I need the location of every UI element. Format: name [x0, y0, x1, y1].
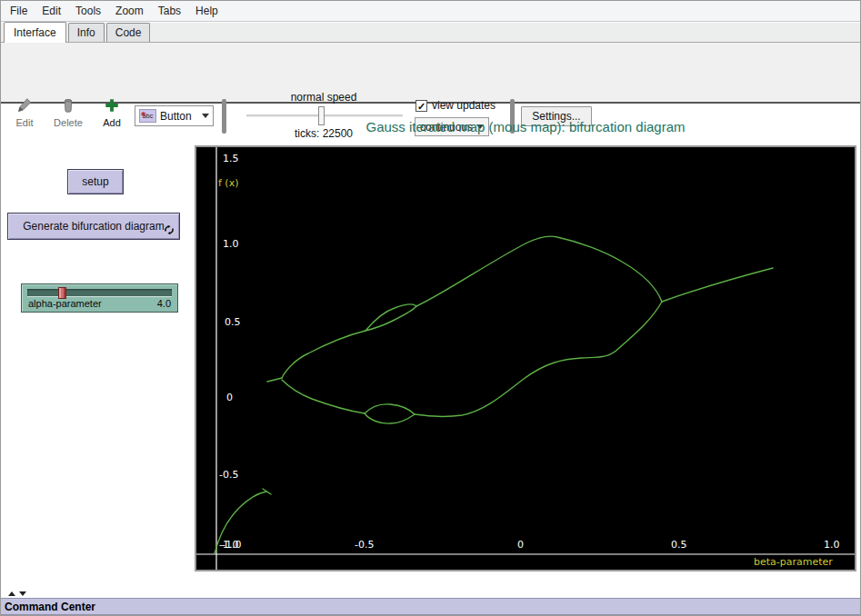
curve-segment — [416, 236, 662, 306]
command-center-splitter[interactable] — [1, 590, 860, 598]
slider-value: 4.0 — [157, 298, 171, 309]
splitter-up-icon[interactable] — [8, 591, 15, 596]
model-title: Gauss iterated map (mous map): bifurcati… — [195, 119, 856, 134]
generate-button-label: Generate bifurcation diagram — [23, 220, 164, 233]
edit-tool-button[interactable]: Edit — [8, 97, 41, 128]
plus-icon — [95, 97, 128, 115]
setup-button-label: setup — [82, 175, 108, 188]
add-tool-label: Add — [95, 117, 128, 128]
view-updates-label: view updates — [432, 99, 496, 112]
forever-icon — [164, 224, 175, 235]
bifurcation-plot: 1.5 f (x) 1.0 0.5 0 -0.5 -1.0 -1.0 -0.5 … — [195, 145, 856, 571]
setup-button[interactable]: setup — [67, 169, 124, 194]
menu-file[interactable]: File — [3, 2, 35, 20]
interface-toolbar: Edit Delete Add ✱abc Button normal speed… — [1, 43, 860, 104]
x-tick: -1.0 — [222, 539, 241, 551]
alpha-parameter-slider[interactable]: alpha-parameter 4.0 — [21, 283, 178, 313]
view-updates-checkbox[interactable]: ✓ view updates — [415, 99, 496, 112]
x-axis-label: beta-parameter — [754, 556, 833, 568]
menu-help[interactable]: Help — [188, 2, 225, 20]
curve-segment — [282, 380, 365, 413]
curve-segment — [415, 302, 662, 416]
tab-bar: Interface Info Code — [1, 23, 860, 43]
curve-segment — [365, 304, 416, 331]
y-tick: 0 — [226, 392, 233, 403]
x-tick: 0 — [517, 539, 524, 551]
tab-info[interactable]: Info — [68, 23, 105, 42]
y-tick: 1.0 — [223, 238, 239, 250]
menu-tabs[interactable]: Tabs — [151, 2, 188, 20]
curve-segment — [267, 378, 282, 382]
bifurcation-curve — [215, 236, 773, 553]
delete-tool-label: Delete — [48, 117, 88, 128]
trash-icon — [48, 97, 88, 115]
menu-zoom[interactable]: Zoom — [108, 2, 151, 20]
curve-segment — [282, 331, 365, 378]
y-tick: 0.5 — [225, 316, 241, 328]
chevron-down-icon — [202, 114, 209, 118]
edit-tool-label: Edit — [8, 117, 41, 128]
slider-track[interactable] — [27, 289, 172, 297]
tab-interface[interactable]: Interface — [4, 22, 66, 43]
generate-bifurcation-button[interactable]: Generate bifurcation diagram — [7, 213, 180, 240]
menu-edit[interactable]: Edit — [35, 2, 68, 20]
widget-type-value: Button — [160, 110, 192, 123]
splitter-down-icon[interactable] — [19, 591, 26, 596]
slider-label: alpha-parameter — [28, 298, 102, 309]
x-tick: -0.5 — [355, 539, 374, 551]
pencil-icon — [8, 97, 41, 115]
curve-segment — [365, 404, 415, 423]
menu-bar: File Edit Tools Zoom Tabs Help — [1, 1, 860, 22]
plot-canvas — [196, 147, 855, 570]
x-tick: 1.0 — [824, 539, 840, 551]
curve-segment — [662, 268, 773, 302]
abc-icon: ✱abc — [139, 109, 156, 123]
tab-code[interactable]: Code — [106, 23, 151, 42]
speed-slider-label: normal speed — [240, 91, 407, 104]
command-center-header[interactable]: Command Center — [1, 598, 860, 615]
speed-slider-track[interactable] — [246, 114, 403, 117]
delete-tool-button[interactable]: Delete — [48, 97, 88, 128]
x-tick: 0.5 — [671, 539, 687, 551]
netlogo-window: File Edit Tools Zoom Tabs Help Interface… — [0, 0, 861, 616]
menu-tools[interactable]: Tools — [68, 2, 108, 20]
checkbox-check-icon: ✓ — [415, 100, 427, 112]
add-tool-button[interactable]: Add — [95, 97, 128, 128]
y-tick: -0.5 — [219, 469, 238, 481]
y-axis-label: f (x) — [218, 177, 238, 189]
y-tick: 1.5 — [223, 153, 239, 164]
